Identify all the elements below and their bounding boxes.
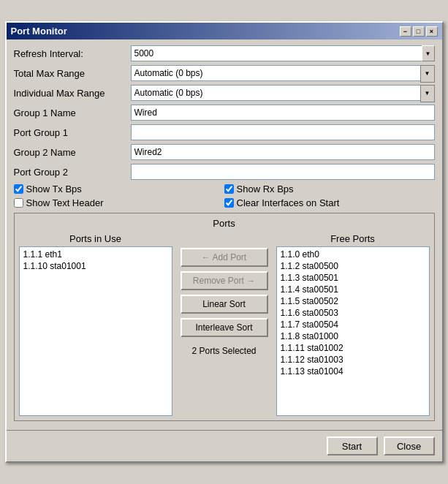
free-ports-item[interactable]: 1.1.12 sta01003 <box>278 354 428 366</box>
port-group2-input[interactable] <box>131 164 435 180</box>
free-ports-item[interactable]: 1.1.13 sta01004 <box>278 366 428 377</box>
port-group1-row: Port Group 1 <box>14 124 435 140</box>
clear-interfaces-label: Clear Interfaces on Start <box>237 197 340 208</box>
free-ports-label: Free Ports <box>276 233 430 244</box>
ports-in-use-item[interactable]: 1.1.1 eth1 <box>21 249 170 260</box>
individual-max-range-select[interactable]: Automatic (0 bps) <box>131 85 435 101</box>
show-tx-bps-label: Show Tx Bps <box>26 184 82 194</box>
ports-in-use-container: Ports in Use 1.1.1 eth11.1.10 sta01001 <box>19 233 172 416</box>
title-bar: Port Monitor − □ × <box>7 23 442 39</box>
group2-name-row: Group 2 Name <box>14 144 435 160</box>
ports-in-use-label: Ports in Use <box>19 233 172 244</box>
clear-interfaces-item: Clear Interfaces on Start <box>224 197 435 208</box>
individual-max-range-select-wrapper: Automatic (0 bps) <box>131 85 435 101</box>
close-button[interactable]: × <box>426 26 438 37</box>
ports-section-title: Ports <box>19 218 430 229</box>
footer: Start Close <box>7 430 442 461</box>
free-ports-list[interactable]: 1.1.0 eth01.1.2 sta005001.1.3 sta005011.… <box>276 246 430 416</box>
minimize-button[interactable]: − <box>400 26 411 37</box>
group2-name-input[interactable] <box>131 144 435 160</box>
free-ports-item[interactable]: 1.1.8 sta01000 <box>278 330 428 342</box>
refresh-interval-field: ▼ <box>131 45 435 61</box>
show-text-header-checkbox[interactable] <box>14 198 23 208</box>
port-group1-input[interactable] <box>131 124 435 140</box>
remove-port-button[interactable]: Remove Port → <box>181 271 268 290</box>
ports-in-use-item[interactable]: 1.1.10 sta01001 <box>21 260 170 272</box>
show-rx-bps-item: Show Rx Bps <box>224 184 435 194</box>
window-title: Port Monitor <box>11 26 67 37</box>
content-area: Refresh Interval: ▼ Total Max Range Auto… <box>7 39 442 427</box>
refresh-interval-input[interactable] <box>131 45 422 61</box>
ports-selected-count: 2 Ports Selected <box>191 346 256 356</box>
ports-controls: ← Add Port Remove Port → Linear Sort Int… <box>177 233 272 416</box>
group1-name-label: Group 1 Name <box>14 107 131 118</box>
ports-in-use-list[interactable]: 1.1.1 eth11.1.10 sta01001 <box>19 246 172 416</box>
free-ports-container: Free Ports 1.1.0 eth01.1.2 sta005001.1.3… <box>276 233 430 416</box>
add-port-button[interactable]: ← Add Port <box>181 248 268 267</box>
title-bar-controls: − □ × <box>400 26 438 37</box>
show-tx-bps-checkbox[interactable] <box>14 184 23 194</box>
free-ports-item[interactable]: 1.1.0 eth0 <box>278 249 428 260</box>
checkbox-row-1: Show Tx Bps Show Rx Bps <box>14 184 435 194</box>
ports-section: Ports Ports in Use 1.1.1 eth11.1.10 sta0… <box>14 213 435 421</box>
start-button[interactable]: Start <box>327 436 378 455</box>
free-ports-item[interactable]: 1.1.6 sta00503 <box>278 307 428 319</box>
free-ports-item[interactable]: 1.1.2 sta00500 <box>278 260 428 272</box>
linear-sort-button[interactable]: Linear Sort <box>181 295 268 314</box>
total-max-range-select[interactable]: Automatic (0 bps) <box>131 65 435 81</box>
free-ports-item[interactable]: 1.1.3 sta00501 <box>278 272 428 284</box>
show-rx-bps-label: Show Rx Bps <box>237 184 294 194</box>
individual-max-range-label: Individual Max Range <box>14 88 131 99</box>
maximize-button[interactable]: □ <box>413 26 425 37</box>
checkbox-row-2: Show Text Header Clear Interfaces on Sta… <box>14 197 435 208</box>
show-text-header-item: Show Text Header <box>14 197 224 208</box>
clear-interfaces-checkbox[interactable] <box>224 198 234 208</box>
show-rx-bps-checkbox[interactable] <box>224 184 234 194</box>
individual-max-range-row: Individual Max Range Automatic (0 bps) <box>14 85 435 101</box>
ports-layout: Ports in Use 1.1.1 eth11.1.10 sta01001 ←… <box>19 233 430 416</box>
total-max-range-select-wrapper: Automatic (0 bps) <box>131 65 435 81</box>
refresh-interval-dropdown-arrow[interactable]: ▼ <box>422 45 435 61</box>
group2-name-label: Group 2 Name <box>14 147 131 158</box>
group1-name-input[interactable] <box>131 105 435 121</box>
interleave-sort-button[interactable]: Interleave Sort <box>181 318 268 337</box>
close-button-footer[interactable]: Close <box>384 436 435 455</box>
refresh-interval-row: Refresh Interval: ▼ <box>14 45 435 61</box>
total-max-range-label: Total Max Range <box>14 68 131 79</box>
port-group1-label: Port Group 1 <box>14 127 131 138</box>
free-ports-item[interactable]: 1.1.4 sta00501 <box>278 284 428 295</box>
show-text-header-label: Show Text Header <box>26 197 104 208</box>
show-tx-bps-item: Show Tx Bps <box>14 184 224 194</box>
main-window: Port Monitor − □ × Refresh Interval: ▼ T… <box>5 21 444 463</box>
group1-name-row: Group 1 Name <box>14 105 435 121</box>
port-group2-label: Port Group 2 <box>14 167 131 178</box>
free-ports-item[interactable]: 1.1.11 sta01002 <box>278 342 428 354</box>
port-group2-row: Port Group 2 <box>14 164 435 180</box>
free-ports-item[interactable]: 1.1.5 sta00502 <box>278 295 428 307</box>
refresh-interval-label: Refresh Interval: <box>14 48 131 59</box>
free-ports-item[interactable]: 1.1.7 sta00504 <box>278 319 428 330</box>
total-max-range-row: Total Max Range Automatic (0 bps) <box>14 65 435 81</box>
